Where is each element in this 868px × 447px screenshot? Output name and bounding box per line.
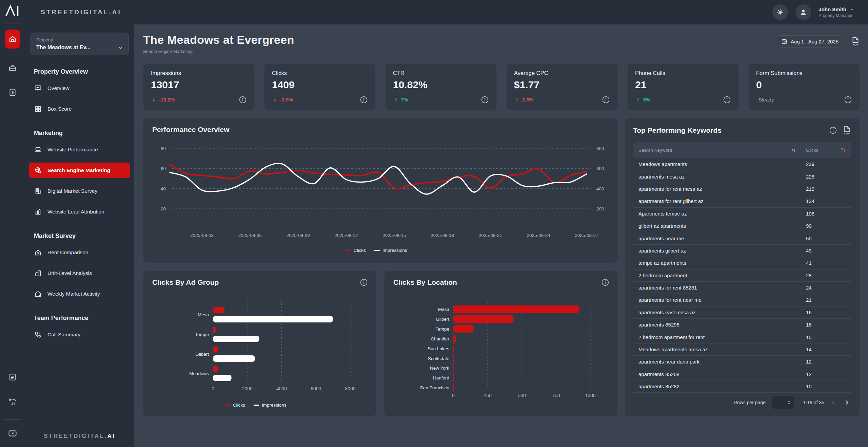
keywords-header-row[interactable]: Search Keyword Clicks — [633, 142, 851, 158]
home-nav-button[interactable] — [5, 30, 20, 49]
invoice-icon[interactable]: $ — [8, 88, 17, 97]
keyword-row[interactable]: Apartments tempe az108 — [633, 208, 851, 220]
keyword-row[interactable]: apartments 8529616 — [633, 319, 851, 331]
icon-rail: $ 24 — [0, 0, 25, 447]
kpi-value: 13017 — [151, 79, 247, 91]
date-range-text: Aug 1 - Aug 27, 2025 — [791, 39, 839, 44]
svg-text:$: $ — [11, 90, 13, 94]
svg-text:Chandler: Chandler — [431, 336, 449, 341]
sidebar-item-website-performance[interactable]: Website Performance — [29, 142, 130, 157]
keyword-cell: apartments for rent gilbert az — [638, 198, 806, 204]
collapse-sidebar-icon[interactable] — [8, 429, 17, 438]
rows-per-page-select[interactable] — [772, 396, 794, 409]
next-page-button[interactable] — [843, 399, 850, 406]
keyword-row[interactable]: apartments east mesa az16 — [633, 306, 851, 319]
svg-text:2025-08-03: 2025-08-03 — [190, 233, 214, 238]
sidebar-item-unit-level-analysis[interactable]: Unit-Level Analysis — [29, 265, 130, 281]
sidebar-item-weekly-market-activity[interactable]: Weekly Market Activity — [29, 286, 130, 302]
user-menu[interactable]: John Smith — [818, 6, 854, 12]
sidebar-item-website-lead-attribution[interactable]: Website Lead Attribution — [29, 204, 130, 220]
keyword-cell: apartments 85282 — [638, 384, 806, 389]
kpi-card: CTR 10.82% 7% — [385, 63, 497, 110]
keyword-row[interactable]: tempe az apartments41 — [633, 257, 851, 269]
info-icon[interactable] — [602, 96, 610, 104]
clicks-cell: 16 — [806, 322, 846, 328]
keyword-row[interactable]: apartments near dana park12 — [633, 356, 851, 368]
keyword-cell: Apartments tempe az — [638, 211, 806, 217]
sort-icon[interactable] — [791, 147, 796, 153]
keyword-row[interactable]: Meadows apartments239 — [633, 158, 851, 170]
nav-section-market-survey: Market Survey — [34, 232, 125, 240]
theme-toggle-button[interactable] — [772, 4, 788, 20]
sidebar-item-box-score[interactable]: Box Score — [29, 101, 130, 117]
info-icon[interactable] — [723, 96, 731, 104]
pdf-export-button[interactable]: PDF — [851, 37, 860, 46]
date-range-button[interactable]: Aug 1 - Aug 27, 2025 — [775, 35, 845, 48]
col-search-keyword[interactable]: Search Keyword — [638, 148, 791, 153]
info-icon[interactable] — [239, 96, 247, 104]
user-avatar[interactable] — [795, 4, 811, 20]
keyword-row[interactable]: apartments gilbert az49 — [633, 245, 851, 257]
nav-section-property-overview: Property Overview — [34, 68, 125, 75]
info-icon[interactable] — [360, 278, 368, 286]
svg-text:2025-08-24: 2025-08-24 — [527, 233, 551, 238]
csv-export-button[interactable]: CSV — [843, 126, 851, 135]
keyword-cell: 2 bedroom apartment for rent — [638, 334, 806, 340]
keyword-row[interactable]: apartments for rent mesa az219 — [633, 183, 851, 195]
kpi-delta-text: 7% — [401, 97, 408, 103]
keyword-row[interactable]: apartments mesa az228 — [633, 170, 851, 183]
keyword-cell: apartments east mesa az — [638, 310, 806, 315]
ad-group-chart: 02000400060008000MesaTempeGilbertMeadows… — [143, 271, 376, 416]
sidebar-item-rent-comparison[interactable]: $ Rent Comparison — [29, 245, 130, 260]
sidebar-item-label: Rent Comparison — [47, 249, 88, 256]
divider — [4, 23, 21, 23]
svg-text:Gilbert: Gilbert — [436, 317, 449, 322]
refresh-24-icon[interactable]: 24 — [8, 397, 17, 407]
svg-text:Sun Lakes: Sun Lakes — [428, 346, 449, 351]
sidebar-item-search-engine-marketing[interactable]: Search Engine Marketing — [29, 163, 130, 178]
svg-text:Mesa: Mesa — [198, 312, 209, 317]
info-icon[interactable] — [601, 278, 609, 286]
kpi-value: 0 — [756, 79, 852, 91]
keyword-row[interactable]: apartments for rent near me21 — [633, 294, 851, 306]
keyword-row[interactable]: apartments 8528210 — [633, 380, 851, 393]
keyword-row[interactable]: 2 bedroom apartment28 — [633, 269, 851, 282]
info-icon[interactable] — [360, 96, 368, 104]
sidebar-item-digital-market-survey[interactable]: Digital Market Survey — [29, 183, 130, 199]
keyword-cell: apartments near me — [638, 236, 806, 241]
sidebar-item-overview[interactable]: Overview — [29, 80, 130, 96]
keyword-row[interactable]: apartments for rent gilbert az134 — [633, 195, 851, 207]
report-document-icon[interactable] — [8, 373, 17, 381]
kpi-card: Form Submissions 0 Steady — [748, 63, 860, 110]
info-icon[interactable] — [829, 126, 837, 134]
chart-title: Performance Overview — [152, 126, 230, 134]
col-clicks[interactable]: Clicks — [806, 148, 818, 153]
clicks-cell: 134 — [806, 198, 846, 204]
svg-text:Gilbert: Gilbert — [195, 352, 209, 357]
prev-page-button[interactable] — [830, 399, 837, 406]
keyword-row[interactable]: Meadows apartments mesa az14 — [633, 343, 851, 356]
keyword-row[interactable]: apartments near me50 — [633, 232, 851, 244]
keyword-row[interactable]: apartments 8520812 — [633, 368, 851, 380]
keyword-row[interactable]: apartments for rent 8528124 — [633, 282, 851, 294]
sidebar-item-call-summary[interactable]: Call Summary — [29, 327, 130, 342]
info-icon[interactable] — [844, 96, 852, 104]
info-icon[interactable] — [481, 96, 489, 104]
keyword-row[interactable]: gilbert az apartments90 — [633, 220, 851, 232]
kpi-row: Impressions 13017 -10.2% Clicks 1409 -3.… — [143, 63, 860, 110]
sort-desc-icon[interactable] — [840, 147, 846, 153]
svg-text:24: 24 — [11, 402, 15, 405]
kpi-label: Clicks — [272, 70, 368, 76]
svg-text:Clicks: Clicks — [233, 403, 245, 408]
briefcase-icon[interactable] — [8, 63, 17, 72]
keyword-row[interactable]: 2 bedroom apartment for rent15 — [633, 331, 851, 343]
svg-text:2025-08-06: 2025-08-06 — [238, 233, 262, 238]
keywords-card: Top Performing Keywords CSV Search Keywo… — [625, 118, 860, 416]
svg-text:$: $ — [37, 252, 39, 255]
svg-text:Tempe: Tempe — [195, 332, 209, 337]
property-selector[interactable]: Property The Meadows at Ev... — [31, 33, 129, 55]
app-header: STREETDIGITAL.AI John Smith Property Man… — [25, 0, 868, 24]
kpi-delta: 7% — [393, 97, 408, 103]
calendar-icon — [781, 38, 787, 44]
keyword-cell: Meadows apartments — [638, 161, 806, 167]
